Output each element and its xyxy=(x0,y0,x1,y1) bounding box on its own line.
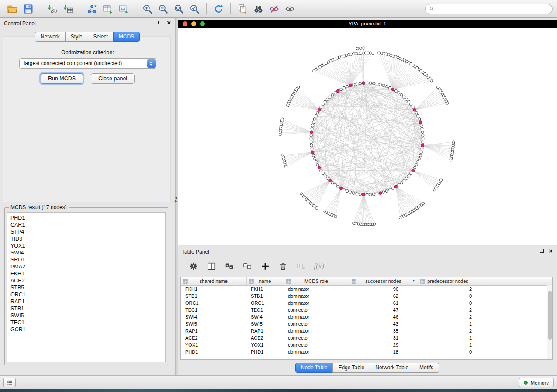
zoom-fit-icon xyxy=(173,3,184,14)
tab-network[interactable]: Network xyxy=(35,32,66,42)
zoom-selected-button[interactable] xyxy=(187,2,202,16)
tab-network-table[interactable]: Network Table xyxy=(370,363,414,373)
tab-node-table[interactable]: Node Table xyxy=(295,363,333,373)
close-panel-icon[interactable]: × xyxy=(167,20,171,25)
close-panel-button[interactable]: Close panel xyxy=(91,73,135,84)
deselect-all-button[interactable] xyxy=(241,260,253,272)
tab-select[interactable]: Select xyxy=(88,32,114,42)
mcds-result-item[interactable]: FKH1 xyxy=(10,270,162,277)
table-cell: 47 xyxy=(349,306,418,313)
tab-style[interactable]: Style xyxy=(65,32,88,42)
mcds-result-item[interactable]: CAR1 xyxy=(10,221,162,228)
mcds-result-item[interactable]: SWI4 xyxy=(10,249,162,256)
mcds-result-item[interactable]: PHD1 xyxy=(10,214,162,221)
sort-desc-icon[interactable]: ▼ xyxy=(412,279,415,282)
mcds-result-item[interactable]: RAP1 xyxy=(10,298,162,305)
mcds-result-item[interactable]: PMA2 xyxy=(10,263,162,270)
table-row[interactable]: FKH1FKH1dominator962 xyxy=(181,285,552,292)
float-panel-icon[interactable] xyxy=(158,21,162,24)
control-panel: Control Panel × NetworkStyleSelectMCDS O… xyxy=(0,18,176,375)
table-cell: 61 xyxy=(349,299,418,306)
splitter-collapse-icon[interactable]: ◀▶ xyxy=(175,196,177,203)
import-network-file-button[interactable] xyxy=(44,2,60,16)
mcds-result-item[interactable]: STB5 xyxy=(10,284,162,291)
criterion-select[interactable]: largest connected component (undirected) xyxy=(19,58,156,69)
table-cell-filler xyxy=(478,334,552,341)
table-row[interactable]: SWI4SWI4dominator462 xyxy=(181,313,552,320)
zoom-fit-button[interactable] xyxy=(171,2,187,16)
scrollbar-thumb[interactable] xyxy=(548,291,552,340)
task-history-button[interactable] xyxy=(3,378,16,387)
mcds-result-item[interactable]: STP4 xyxy=(10,228,162,235)
mcds-result-item[interactable]: TID3 xyxy=(10,235,162,242)
close-table-panel-icon[interactable]: × xyxy=(549,248,553,253)
table-row[interactable]: STB1STB1dominator620 xyxy=(181,292,552,299)
mcds-result-item[interactable]: YOX1 xyxy=(10,242,162,249)
zoom-in-icon xyxy=(142,3,153,14)
table-scrollbar[interactable] xyxy=(547,285,552,359)
add-button[interactable] xyxy=(259,260,271,272)
new-network-button[interactable] xyxy=(84,2,100,16)
table-cell: 0 xyxy=(418,292,478,299)
mcds-result-item[interactable]: ORC1 xyxy=(10,291,162,298)
toolbar-separator xyxy=(230,3,231,14)
table-row[interactable]: PHD1PHD1dominator180 xyxy=(181,348,552,355)
export-image-button[interactable] xyxy=(115,2,131,16)
mcds-result-item[interactable]: SRD1 xyxy=(10,256,162,263)
table-cell-filler xyxy=(478,292,552,299)
column-header-name[interactable]: name xyxy=(246,277,284,285)
table-row[interactable]: ACE2ACE2connector311 xyxy=(181,334,552,341)
mcds-result-item[interactable]: TEC1 xyxy=(10,319,162,326)
find-button[interactable] xyxy=(250,2,266,16)
network-nodes[interactable] xyxy=(279,47,455,226)
tab-motifs[interactable]: Motifs xyxy=(414,363,439,373)
select-all-button[interactable] xyxy=(223,260,235,272)
column-header-shared-name[interactable]: shared name xyxy=(181,277,246,285)
float-table-panel-icon[interactable] xyxy=(540,249,544,253)
column-header-predecessor-nodes[interactable]: predecessor nodes xyxy=(418,277,478,285)
fx-button: f(x) xyxy=(313,260,325,272)
table-row[interactable]: TEC1TEC1connector472 xyxy=(181,306,552,313)
mcds-result-item[interactable]: GCR1 xyxy=(10,326,162,333)
import-table-file-button[interactable] xyxy=(60,2,76,16)
mcds-result-item[interactable]: STB1 xyxy=(10,305,162,312)
table-panel-header: Table Panel × xyxy=(178,246,557,258)
column-header-MCDS-role[interactable]: MCDS role xyxy=(284,277,349,285)
search-box xyxy=(425,4,553,14)
hide-selected-button[interactable] xyxy=(266,2,282,16)
toolbar-separator xyxy=(135,3,135,14)
column-header-successor-nodes[interactable]: successor nodes▼ xyxy=(349,277,418,285)
table-row[interactable]: YOX1YOX1connector291 xyxy=(181,341,552,348)
zoom-out-button[interactable] xyxy=(155,2,171,16)
hide-selected-icon xyxy=(269,3,280,14)
delete-button[interactable] xyxy=(277,260,289,272)
run-mcds-button[interactable]: Run MCDS xyxy=(41,73,83,84)
mcds-result-item[interactable]: SWI5 xyxy=(10,312,162,319)
mcds-result-item[interactable]: ACE2 xyxy=(10,277,162,284)
attribute-icon xyxy=(249,279,254,284)
show-all-button[interactable] xyxy=(282,2,298,16)
combo-stepper-icon[interactable] xyxy=(147,59,156,68)
columns-button[interactable] xyxy=(205,260,218,272)
memory-button[interactable]: Memory xyxy=(519,378,554,387)
table-row[interactable]: RAP1RAP1dominator352 xyxy=(181,327,552,334)
table-panel-title: Table Panel xyxy=(182,249,209,255)
zoom-in-button[interactable] xyxy=(139,2,155,16)
copy-view-button[interactable] xyxy=(235,2,250,16)
open-file-button[interactable] xyxy=(4,2,20,16)
search-input[interactable] xyxy=(437,6,549,12)
settings-button[interactable] xyxy=(187,260,200,272)
network-canvas[interactable] xyxy=(178,28,557,245)
table-cell: 18 xyxy=(349,348,418,355)
search-icon xyxy=(429,6,435,12)
table-row[interactable]: ORC1ORC1dominator610 xyxy=(181,299,552,306)
new-table-button[interactable] xyxy=(100,2,115,16)
tab-edge-table[interactable]: Edge Table xyxy=(332,363,370,373)
table-cell: 29 xyxy=(349,341,418,348)
save-button[interactable] xyxy=(20,2,36,16)
table-cell: 2 xyxy=(418,313,478,320)
table-row[interactable]: SWI5SWI5connector431 xyxy=(181,320,552,327)
add-icon xyxy=(260,261,270,271)
tab-mcds[interactable]: MCDS xyxy=(113,32,140,42)
refresh-button[interactable] xyxy=(211,2,226,16)
